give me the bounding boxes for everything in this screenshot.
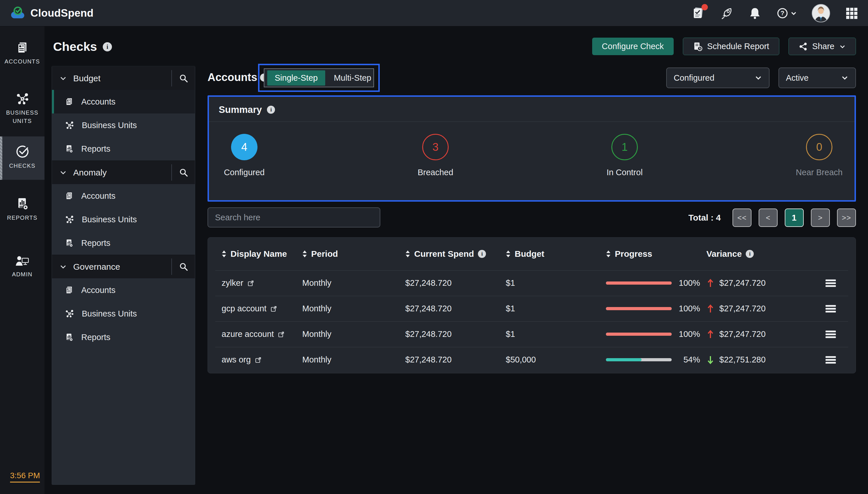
sort-icon — [606, 250, 611, 258]
sidebar-item-anomaly-reports[interactable]: Reports — [52, 231, 195, 255]
pagination-last-button[interactable]: >> — [837, 209, 856, 227]
rail-label: ADMIN — [12, 270, 33, 279]
pagination-page-1-button[interactable]: 1 — [785, 209, 804, 227]
current-spend-cell: $27,248.720 — [405, 270, 452, 296]
period-cell: Monthly — [302, 296, 332, 321]
active-dropdown[interactable]: Active — [778, 68, 856, 88]
timestamp-link[interactable]: 3:56 PM — [10, 471, 40, 482]
reports-icon — [64, 332, 74, 342]
rail-label: CHECKS — [9, 162, 36, 170]
step-toggle-highlight: Single-Step Multi-Step — [258, 64, 380, 92]
page-title-info-icon[interactable]: i — [103, 42, 112, 52]
sidebar-item-governance-reports[interactable]: Reports — [52, 325, 195, 349]
sidebar-item-governance-business-units[interactable]: Business Units — [52, 302, 195, 325]
column-header-progress[interactable]: Progress — [606, 238, 652, 270]
rail-item-accounts[interactable]: ACCOUNTS — [0, 41, 44, 66]
bell-icon[interactable] — [749, 6, 761, 20]
configure-check-button[interactable]: Configure Check — [592, 38, 674, 55]
reports-icon — [15, 196, 29, 211]
chevron-down-icon — [59, 169, 67, 176]
account-name: azure account — [222, 329, 274, 339]
chevron-down-icon — [755, 74, 762, 81]
column-header-budget[interactable]: Budget — [506, 238, 544, 270]
chevron-down-icon — [790, 10, 797, 16]
external-link-icon[interactable] — [248, 280, 254, 287]
current-spend-info-icon[interactable]: i — [478, 250, 486, 258]
row-menu-icon[interactable] — [825, 347, 836, 373]
tasks-icon[interactable] — [691, 6, 705, 20]
reports-icon — [64, 239, 74, 248]
multi-step-tab[interactable]: Multi-Step — [327, 70, 379, 86]
business-units-icon — [64, 215, 74, 224]
external-link-icon[interactable] — [278, 331, 285, 338]
admin-icon — [15, 254, 30, 267]
single-step-tab[interactable]: Single-Step — [267, 70, 325, 86]
summary-title: Summary — [219, 104, 262, 115]
topbar: CloudSpend — [0, 0, 868, 26]
row-menu-icon[interactable] — [825, 321, 836, 347]
rocket-icon[interactable] — [720, 6, 734, 20]
sidebar-item-anomaly-business-units[interactable]: Business Units — [52, 208, 195, 231]
section-anomaly[interactable]: Anomaly — [52, 160, 195, 184]
column-header-display-name[interactable]: Display Name — [222, 238, 287, 270]
schedule-report-icon — [693, 42, 703, 52]
business-units-icon — [15, 92, 29, 106]
sidebar-item-budget-accounts[interactable]: Accounts — [52, 90, 195, 113]
rail-item-business-units[interactable]: BUSINESS UNITS — [0, 92, 44, 125]
search-icon[interactable] — [179, 262, 189, 272]
brand[interactable]: CloudSpend — [10, 5, 94, 21]
column-header-variance[interactable]: Variance i — [706, 238, 754, 270]
stat-in-control[interactable]: 1 In Control — [576, 134, 673, 177]
row-menu-icon[interactable] — [825, 296, 836, 321]
stat-breached[interactable]: 3 Breached — [387, 134, 484, 177]
sidebar-item-anomaly-accounts[interactable]: Accounts — [52, 184, 195, 208]
period-cell: Monthly — [302, 270, 332, 296]
sort-icon — [405, 250, 410, 258]
sidebar-item-budget-business-units[interactable]: Business Units — [52, 113, 195, 137]
variance-cell: $27,247.720 — [719, 321, 766, 347]
budget-cell: $50,000 — [506, 347, 536, 373]
summary-info-icon[interactable]: i — [267, 106, 275, 114]
apps-grid-icon[interactable] — [845, 6, 858, 20]
share-button[interactable]: Share — [789, 38, 856, 55]
stat-near-breach[interactable]: 0 Near Breach — [770, 134, 868, 177]
page-title: Checks — [53, 40, 97, 54]
account-name: zylker — [222, 278, 243, 288]
rail-item-reports[interactable]: REPORTS — [0, 196, 44, 222]
stat-configured[interactable]: 4 Configured — [196, 134, 293, 177]
account-name: gcp account — [222, 304, 267, 314]
pagination-first-button[interactable]: << — [732, 209, 751, 227]
search-icon[interactable] — [179, 74, 189, 83]
avatar[interactable] — [812, 4, 830, 22]
trend-up-icon — [707, 296, 714, 321]
section-budget[interactable]: Budget — [52, 66, 195, 90]
search-icon[interactable] — [179, 168, 189, 177]
budget-cell: $1 — [506, 270, 515, 296]
pagination-next-button[interactable]: > — [811, 209, 830, 227]
brand-name: CloudSpend — [31, 7, 94, 19]
pagination-prev-button[interactable]: < — [758, 209, 777, 227]
variance-info-icon[interactable]: i — [746, 250, 754, 258]
sidebar-item-governance-accounts[interactable]: Accounts — [52, 278, 195, 302]
variance-cell: $27,247.720 — [719, 270, 766, 296]
row-menu-icon[interactable] — [825, 270, 836, 296]
sidebar-item-budget-reports[interactable]: Reports — [52, 137, 195, 160]
external-link-icon[interactable] — [270, 305, 277, 312]
rail-item-checks[interactable]: CHECKS — [0, 136, 44, 180]
notification-badge — [702, 4, 708, 10]
help-icon[interactable]: ? — [776, 7, 797, 20]
progress-percent: 100% — [660, 270, 700, 296]
checks-icon — [15, 144, 30, 159]
configured-dropdown[interactable]: Configured — [666, 68, 770, 88]
column-header-current-spend[interactable]: Current Spend i — [405, 238, 486, 270]
progress-percent: 100% — [660, 321, 700, 347]
sort-icon — [302, 250, 307, 258]
external-link-icon[interactable] — [255, 357, 262, 363]
schedule-report-button[interactable]: Schedule Report — [683, 38, 779, 55]
section-governance[interactable]: Governance — [52, 255, 195, 278]
search-input[interactable] — [208, 207, 380, 227]
rail-item-admin[interactable]: ADMIN — [0, 254, 44, 279]
budget-cell: $1 — [506, 321, 515, 347]
column-header-period[interactable]: Period — [302, 238, 338, 270]
accounts-icon — [64, 285, 74, 295]
